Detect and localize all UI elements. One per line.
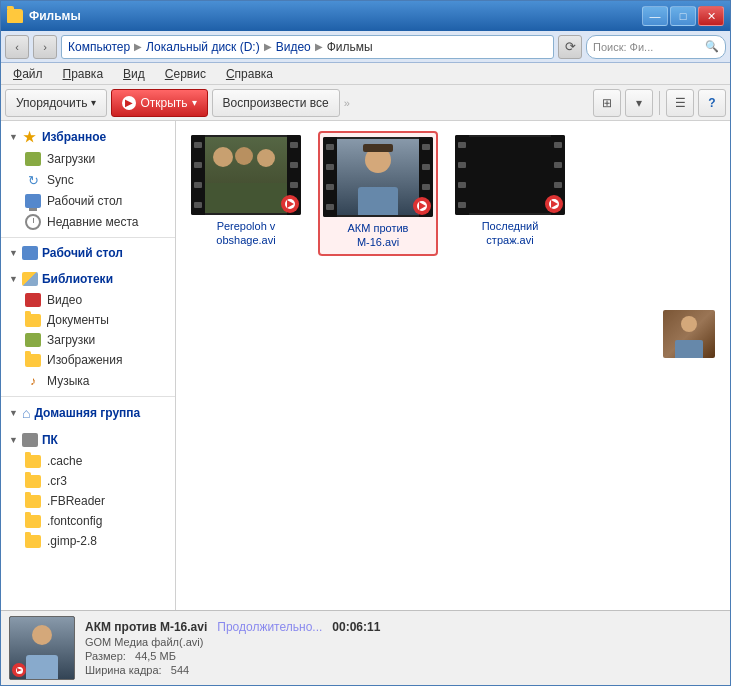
docs-icon — [25, 314, 41, 327]
status-size-label: Размер: — [85, 650, 126, 662]
file-label-3: Последнийстраж.avi — [482, 219, 539, 248]
menu-file[interactable]: Файл — [5, 65, 51, 83]
status-thumbnail — [9, 616, 75, 680]
file-label-1: Perepoloh vobshage.avi — [216, 219, 275, 248]
status-bar: АКМ против М-16.avi Продолжительно... 00… — [1, 610, 730, 685]
sidebar: ▼ ★ Избранное Загрузки ↻ Sync Рабочий ст… — [1, 121, 176, 610]
sidebar-recent-label: Недавние места — [47, 215, 138, 229]
status-duration-label: Продолжительно... — [217, 620, 322, 634]
minimize-button[interactable]: — — [642, 6, 668, 26]
view-grid-button[interactable]: ⊞ — [593, 89, 621, 117]
breadcrumb-bar[interactable]: Компьютер ▶ Локальный диск (D:) ▶ Видео … — [61, 35, 554, 59]
favorites-header[interactable]: ▼ ★ Избранное — [1, 125, 175, 149]
sidebar-item-fbreader[interactable]: .FBReader — [1, 491, 175, 511]
sidebar-item-fontconfig[interactable]: .fontconfig — [1, 511, 175, 531]
film-image-1 — [205, 137, 287, 213]
sidebar-item-images[interactable]: Изображения — [1, 350, 175, 370]
extra-thumbnail — [663, 330, 715, 358]
homegroup-header[interactable]: ▼ ⌂ Домашняя группа — [1, 401, 175, 425]
view-dropdown-button[interactable]: ▾ — [625, 89, 653, 117]
sidebar-item-cr3[interactable]: .cr3 — [1, 471, 175, 491]
film-strip-left-3 — [455, 135, 469, 215]
play-all-button[interactable]: Воспроизвести все — [212, 89, 340, 117]
status-width: Ширина кадра: 544 — [85, 664, 722, 676]
breadcrumb-computer[interactable]: Компьютер — [68, 40, 130, 54]
maximize-button[interactable]: □ — [670, 6, 696, 26]
sidebar-docs-label: Документы — [47, 313, 109, 327]
organize-arrow-icon: ▾ — [91, 97, 96, 108]
file-item-2[interactable]: АКМ противМ-16.avi — [318, 131, 438, 256]
divider-2 — [1, 396, 175, 397]
menu-edit[interactable]: Правка — [55, 65, 112, 83]
status-size: Размер: 44,5 МБ — [85, 650, 722, 662]
menu-help[interactable]: Справка — [218, 65, 281, 83]
open-label: Открыть — [140, 96, 187, 110]
refresh-button[interactable]: ⟳ — [558, 35, 582, 59]
thumbnail-1 — [191, 135, 301, 215]
organize-label: Упорядочить — [16, 96, 87, 110]
gom-badge-1 — [281, 195, 299, 213]
organize-button[interactable]: Упорядочить ▾ — [5, 89, 107, 117]
pc-header[interactable]: ▼ ПК — [1, 429, 175, 451]
sidebar-item-sync[interactable]: ↻ Sync — [1, 169, 175, 191]
sidebar-cr3-label: .cr3 — [47, 474, 67, 488]
help-button[interactable]: ? — [698, 89, 726, 117]
gimp-icon — [25, 535, 41, 548]
sidebar-item-downloads2[interactable]: Загрузки — [1, 330, 175, 350]
status-width-value: 544 — [171, 664, 189, 676]
menu-service[interactable]: Сервис — [157, 65, 214, 83]
favorites-arrow-icon: ▼ — [9, 132, 18, 142]
sidebar-music-label: Музыка — [47, 374, 89, 388]
file-item-3[interactable]: Последнийстраж.avi — [450, 131, 570, 256]
title-controls: — □ ✕ — [642, 6, 724, 26]
file-item-1[interactable]: Perepoloh vobshage.avi — [186, 131, 306, 256]
breadcrumb-disk[interactable]: Локальный диск (D:) — [146, 40, 260, 54]
pc-icon — [22, 246, 38, 260]
homegroup-label: Домашняя группа — [34, 406, 140, 420]
images-icon — [25, 354, 41, 367]
sidebar-item-music[interactable]: ♪ Музыка — [1, 370, 175, 392]
search-placeholder: Поиск: Фи... — [593, 41, 653, 53]
back-button[interactable]: ‹ — [5, 35, 29, 59]
sidebar-item-downloads[interactable]: Загрузки — [1, 149, 175, 169]
sidebar-item-recent[interactable]: Недавние места — [1, 211, 175, 233]
favorites-star-icon: ★ — [22, 129, 38, 145]
sidebar-item-video-lib[interactable]: Видео — [1, 290, 175, 310]
main-content: ▼ ★ Избранное Загрузки ↻ Sync Рабочий ст… — [1, 121, 730, 610]
status-size-value: 44,5 МБ — [135, 650, 176, 662]
view-details-button[interactable]: ☰ — [666, 89, 694, 117]
pc-label: ПК — [42, 433, 58, 447]
film-strip-left-2 — [323, 137, 337, 217]
downloads-icon — [25, 152, 41, 166]
close-button[interactable]: ✕ — [698, 6, 724, 26]
forward-button[interactable]: › — [33, 35, 57, 59]
search-box[interactable]: Поиск: Фи... 🔍 — [586, 35, 726, 59]
homegroup-icon: ⌂ — [22, 405, 30, 421]
more-options[interactable]: » — [344, 97, 350, 109]
sidebar-item-desktop[interactable]: Рабочий стол — [1, 191, 175, 211]
status-gom-badge — [12, 663, 26, 677]
libraries-arrow-icon: ▼ — [9, 274, 18, 284]
sidebar-downloads-label: Загрузки — [47, 152, 95, 166]
pc-section: ▼ ПК .cache .cr3 .FBReader — [1, 429, 175, 551]
status-duration-value: 00:06:11 — [332, 620, 380, 634]
open-button[interactable]: ▶ Открыть ▾ — [111, 89, 207, 117]
sidebar-images-label: Изображения — [47, 353, 122, 367]
desktop-header[interactable]: ▼ Рабочий стол — [1, 242, 175, 264]
homegroup-section: ▼ ⌂ Домашняя группа — [1, 401, 175, 425]
menu-view[interactable]: Вид — [115, 65, 153, 83]
favorites-section: ▼ ★ Избранное Загрузки ↻ Sync Рабочий ст… — [1, 125, 175, 233]
title-bar: Фильмы — □ ✕ — [1, 1, 730, 31]
divider-1 — [1, 237, 175, 238]
search-icon: 🔍 — [705, 40, 719, 53]
sidebar-sync-label: Sync — [47, 173, 74, 187]
cache-icon — [25, 455, 41, 468]
libraries-section: ▼ Библиотеки Видео Документы Загрузки — [1, 268, 175, 392]
film-image-3 — [469, 137, 551, 213]
breadcrumb-video[interactable]: Видео — [276, 40, 311, 54]
sidebar-item-gimp[interactable]: .gimp-2.8 — [1, 531, 175, 551]
libraries-header[interactable]: ▼ Библиотеки — [1, 268, 175, 290]
libraries-label: Библиотеки — [42, 272, 113, 286]
sidebar-item-cache[interactable]: .cache — [1, 451, 175, 471]
sidebar-item-docs[interactable]: Документы — [1, 310, 175, 330]
